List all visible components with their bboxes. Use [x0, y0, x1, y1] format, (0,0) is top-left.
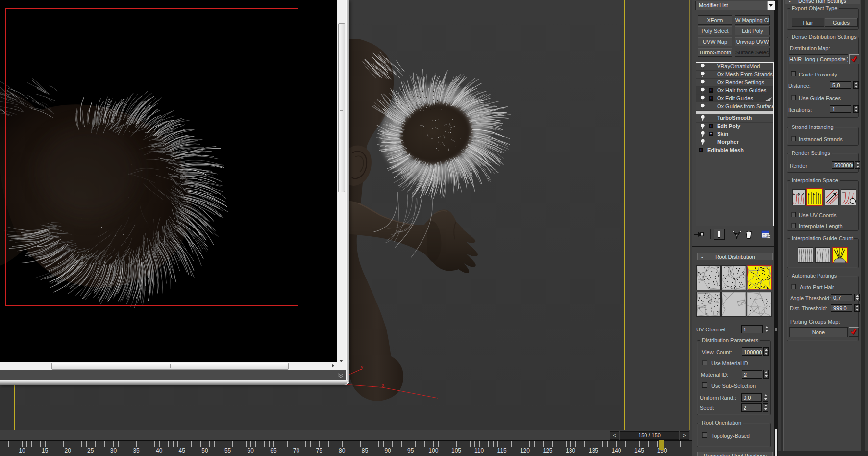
svg-text:x: x [382, 382, 384, 388]
svg-text:y: y [361, 364, 363, 370]
